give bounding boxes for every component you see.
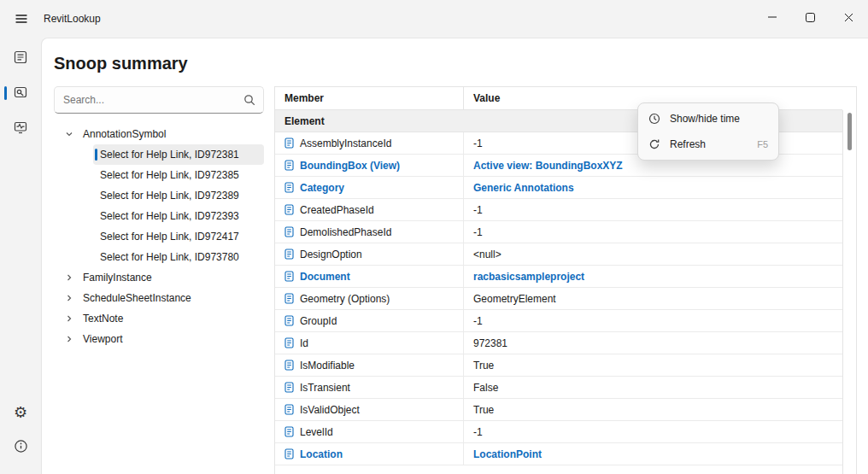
value-cell: False xyxy=(464,377,842,398)
table-row[interactable]: IsTransientFalse xyxy=(275,377,842,399)
value-cell: <null> xyxy=(464,243,842,265)
search-icon[interactable] xyxy=(243,94,255,109)
tree-item-label: Select for Help Link, ID972381 xyxy=(100,149,239,161)
chevron-right-icon[interactable] xyxy=(65,294,73,302)
menu-item-show-hide-time[interactable]: Show/hide time xyxy=(641,106,776,132)
minimize-button[interactable] xyxy=(753,0,791,34)
member-cell: GroupId xyxy=(275,310,464,331)
tree-item[interactable]: Select for Help Link, ID973780 xyxy=(93,247,264,267)
grid-body: AssemblyInstanceId-1BoundingBox (View)Ac… xyxy=(275,132,842,465)
table-row[interactable]: IsModifiableTrue xyxy=(275,354,842,377)
nav-event-monitor-item[interactable] xyxy=(4,113,37,143)
nav-dashboard-item[interactable] xyxy=(4,43,37,73)
chevron-right-icon[interactable] xyxy=(65,273,73,282)
page-title: Snoop summary xyxy=(54,54,868,73)
tree-item[interactable]: AnnotationSymbol xyxy=(54,124,264,144)
titlebar: RevitLookup xyxy=(0,0,868,38)
tree-item-label: ScheduleSheetInstance xyxy=(83,292,191,304)
value-cell: GeometryElement xyxy=(464,288,842,309)
tree-item-label: Viewport xyxy=(83,333,122,345)
member-name: DesignOption xyxy=(300,249,362,260)
search-box xyxy=(54,86,264,114)
tree-item[interactable]: FamilyInstance xyxy=(54,267,264,288)
scrollbar-thumb[interactable] xyxy=(847,113,852,150)
property-icon xyxy=(284,138,294,149)
tree-item[interactable]: TextNote xyxy=(54,308,264,329)
member-cell[interactable]: BoundingBox (View) xyxy=(275,155,464,176)
menu-item-refresh[interactable]: RefreshF5 xyxy=(641,132,776,157)
member-cell[interactable]: Document xyxy=(275,266,464,287)
tree-item[interactable]: Select for Help Link, ID972385 xyxy=(93,165,264,185)
tree-item-label: FamilyInstance xyxy=(83,272,152,284)
value-cell[interactable]: Generic Annotations xyxy=(464,177,842,198)
tree-item-label: Select for Help Link, ID972385 xyxy=(100,169,239,181)
maximize-button[interactable] xyxy=(791,0,830,34)
member-cell: DesignOption xyxy=(275,243,464,265)
app-window: RevitLookup xyxy=(0,0,868,474)
menu-item-label: Refresh xyxy=(670,138,757,150)
tree-item[interactable]: ScheduleSheetInstance xyxy=(54,288,264,308)
chevron-down-icon[interactable] xyxy=(65,130,73,138)
table-row[interactable]: DesignOption<null> xyxy=(275,243,842,266)
monitor-icon xyxy=(13,120,28,138)
property-icon xyxy=(284,315,294,326)
chevron-right-icon[interactable] xyxy=(65,314,73,323)
property-icon xyxy=(284,271,294,282)
tree-item[interactable]: Viewport xyxy=(54,329,264,349)
about-button[interactable] xyxy=(4,432,37,463)
member-name: Id xyxy=(300,337,308,349)
dashboard-icon xyxy=(13,50,28,67)
tree-item[interactable]: Select for Help Link, ID972417 xyxy=(93,226,264,247)
table-row[interactable]: IsValidObjectTrue xyxy=(275,399,842,421)
snoop-icon xyxy=(13,85,28,102)
nav-snoop-summary-item[interactable] xyxy=(4,78,37,108)
member-name: GroupId xyxy=(300,315,337,327)
menu-icon[interactable] xyxy=(7,6,36,32)
property-icon xyxy=(284,337,294,348)
tree-item-label: AnnotationSymbol xyxy=(83,128,166,140)
member-cell[interactable]: Category xyxy=(275,177,464,198)
refresh-icon xyxy=(648,138,660,150)
table-row[interactable]: LocationLocationPoint xyxy=(275,443,842,465)
member-name: Document xyxy=(300,271,350,283)
member-name: CreatedPhaseId xyxy=(300,204,374,216)
property-icon xyxy=(284,226,294,237)
member-name: Geometry (Options) xyxy=(300,293,390,305)
table-row[interactable]: CreatedPhaseId-1 xyxy=(275,199,842,221)
gear-icon: ⚙ xyxy=(14,405,27,420)
info-icon xyxy=(14,439,28,456)
member-cell[interactable]: Location xyxy=(275,443,464,465)
table-row[interactable]: Geometry (Options)GeometryElement xyxy=(275,288,842,310)
tree-item[interactable]: Select for Help Link, ID972389 xyxy=(93,185,264,206)
tree-item-label: Select for Help Link, ID972389 xyxy=(100,190,239,202)
member-cell: CreatedPhaseId xyxy=(275,199,464,220)
table-row[interactable]: DemolishedPhaseId-1 xyxy=(275,221,842,243)
tree-item[interactable]: Select for Help Link, ID972381 xyxy=(93,144,264,165)
table-row[interactable]: Documentracbasicsampleproject xyxy=(275,266,842,288)
tree-item-label: Select for Help Link, ID973780 xyxy=(100,251,239,263)
property-icon xyxy=(284,404,294,415)
tree-item[interactable]: Select for Help Link, ID972393 xyxy=(93,206,264,226)
table-row[interactable]: LevelId-1 xyxy=(275,421,842,443)
value-cell: True xyxy=(464,399,842,420)
member-name: LevelId xyxy=(300,426,333,438)
table-row[interactable]: GroupId-1 xyxy=(275,310,842,332)
column-header-member[interactable]: Member xyxy=(275,87,464,109)
vertical-scrollbar[interactable] xyxy=(842,110,856,474)
property-icon xyxy=(284,204,294,215)
property-icon xyxy=(284,293,294,304)
settings-button[interactable]: ⚙ xyxy=(4,397,37,428)
property-icon xyxy=(284,160,294,171)
value-cell[interactable]: LocationPoint xyxy=(464,443,842,465)
member-cell: LevelId xyxy=(275,421,464,442)
member-cell: AssemblyInstanceId xyxy=(275,132,464,154)
tree-item-label: TextNote xyxy=(83,313,123,325)
table-row[interactable]: Id972381 xyxy=(275,332,842,354)
tree-item-label: Select for Help Link, ID972393 xyxy=(100,210,239,222)
close-button[interactable] xyxy=(830,0,868,34)
table-row[interactable]: CategoryGeneric Annotations xyxy=(275,177,842,199)
chevron-right-icon[interactable] xyxy=(65,335,73,343)
search-input[interactable] xyxy=(55,94,263,106)
snoop-tree: AnnotationSymbolSelect for Help Link, ID… xyxy=(54,124,264,349)
value-cell[interactable]: racbasicsampleproject xyxy=(464,266,842,287)
